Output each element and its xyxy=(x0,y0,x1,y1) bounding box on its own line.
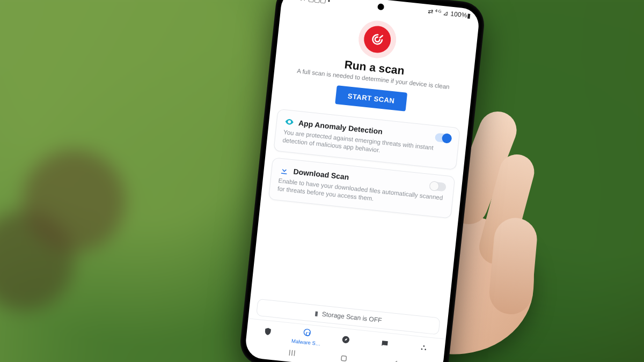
nav-security[interactable] xyxy=(247,325,288,341)
phone-screen: 14:07 ▢▢▢ • ⇄ ⁴ᴳ ⊿ 100%▮ Run a scan A fu… xyxy=(244,0,480,362)
anomaly-toggle[interactable] xyxy=(435,132,452,143)
recent-apps-button[interactable] xyxy=(287,348,298,358)
settings-list: App Anomaly Detection You are protected … xyxy=(251,102,469,319)
warning-icon: ▮ xyxy=(314,309,319,317)
back-button[interactable] xyxy=(390,358,401,362)
svg-point-2 xyxy=(423,345,425,346)
banner-text: Storage Scan is OFF xyxy=(321,311,382,324)
nav-more[interactable] xyxy=(404,341,444,357)
download-toggle[interactable] xyxy=(429,181,447,191)
eye-scan-icon xyxy=(284,116,295,127)
nav-malware-scan[interactable]: Malware S… xyxy=(286,326,327,347)
app-logo-ring xyxy=(357,19,398,60)
more-dots-icon xyxy=(419,343,429,354)
nav-browse[interactable] xyxy=(326,333,366,349)
scan-hero: Run a scan A full scan is needed to dete… xyxy=(271,1,479,123)
shield-icon xyxy=(263,327,273,338)
svg-rect-5 xyxy=(341,356,347,361)
download-icon xyxy=(279,165,290,175)
nav-messages[interactable] xyxy=(364,337,405,353)
compass-icon xyxy=(341,335,350,346)
phone-frame: 14:07 ▢▢▢ • ⇄ ⁴ᴳ ⊿ 100%▮ Run a scan A fu… xyxy=(238,0,486,362)
svg-point-3 xyxy=(421,348,423,350)
svg-point-4 xyxy=(425,349,427,350)
start-scan-button[interactable]: START SCAN xyxy=(335,85,407,112)
chat-icon xyxy=(380,339,390,350)
radar-icon xyxy=(302,328,312,339)
home-button[interactable] xyxy=(339,353,349,362)
app-logo-icon xyxy=(363,25,392,54)
